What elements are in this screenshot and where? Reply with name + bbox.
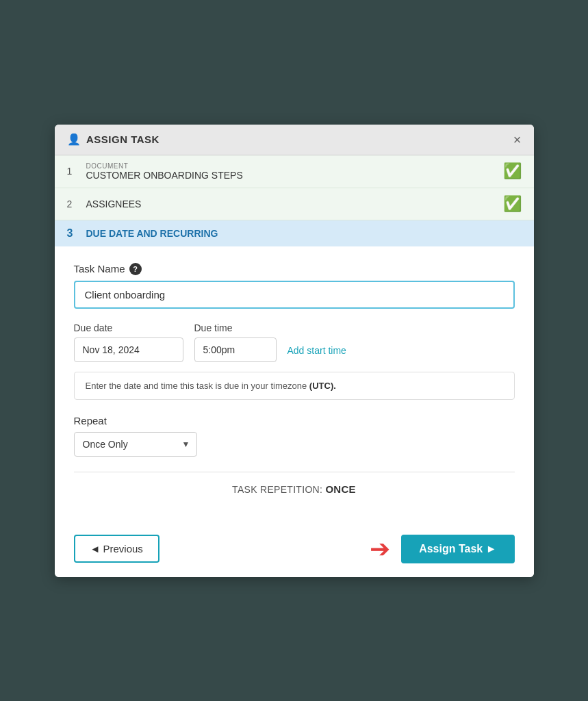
modal: 👤 ASSIGN TASK × 1 DOCUMENT CUSTOMER ONBO… (55, 125, 534, 577)
repeat-select-wrapper: Once Only Daily Weekly Monthly Yearly ▼ (74, 432, 197, 457)
previous-button[interactable]: ◄ Previous (74, 535, 159, 563)
modal-body: Task Name ? Due date Due time Add start … (55, 246, 534, 525)
step-2-label: ASSIGNEES (86, 199, 495, 209)
due-date-label: Due date (74, 322, 183, 333)
step-1-row[interactable]: 1 DOCUMENT CUSTOMER ONBOARDING STEPS ✅ (55, 155, 534, 188)
modal-title: 👤 ASSIGN TASK (67, 133, 159, 146)
modal-overlay: 👤 ASSIGN TASK × 1 DOCUMENT CUSTOMER ONBO… (0, 0, 588, 701)
timezone-bold: (UTC). (309, 381, 336, 391)
step-1-number: 1 (67, 166, 78, 177)
user-icon: 👤 (67, 133, 81, 146)
task-name-input[interactable] (74, 281, 515, 309)
task-repetition-text: TASK REPETITION: Once (74, 483, 515, 495)
due-time-group: Due time (194, 322, 277, 362)
close-button[interactable]: × (513, 133, 522, 146)
step-2-content: ASSIGNEES (86, 199, 495, 209)
step-2-check-icon: ✅ (503, 195, 522, 213)
modal-footer: ◄ Previous ➔ Assign Task ► (55, 525, 534, 577)
repetition-value: Once (325, 483, 356, 495)
step-3-row[interactable]: 3 DUE DATE AND RECURRING (55, 220, 534, 246)
step-2-number: 2 (67, 199, 78, 209)
arrow-right-icon: ➔ (370, 535, 390, 563)
modal-title-text: ASSIGN TASK (86, 133, 159, 145)
step-3-content: DUE DATE AND RECURRING (86, 228, 522, 239)
due-time-label: Due time (194, 322, 277, 333)
task-name-label: Task Name ? (74, 263, 515, 275)
modal-header: 👤 ASSIGN TASK × (55, 125, 534, 155)
repeat-select[interactable]: Once Only Daily Weekly Monthly Yearly (74, 432, 197, 457)
date-time-row: Due date Due time Add start time (74, 322, 515, 362)
repeat-label: Repeat (74, 415, 515, 426)
step-3-label: DUE DATE AND RECURRING (86, 228, 522, 239)
due-date-input[interactable] (74, 337, 183, 362)
step-1-content: DOCUMENT CUSTOMER ONBOARDING STEPS (86, 162, 495, 181)
due-date-group: Due date (74, 322, 183, 362)
step-3-number: 3 (67, 227, 78, 240)
divider (74, 472, 515, 472)
steps-container: 1 DOCUMENT CUSTOMER ONBOARDING STEPS ✅ 2… (55, 155, 534, 246)
step-1-sublabel: DOCUMENT (86, 162, 495, 170)
footer-right: ➔ Assign Task ► (370, 535, 514, 563)
help-icon[interactable]: ? (129, 263, 142, 275)
step-1-label: CUSTOMER ONBOARDING STEPS (86, 170, 495, 181)
step-1-check-icon: ✅ (503, 162, 522, 180)
due-time-input[interactable] (194, 337, 277, 362)
assign-task-button[interactable]: Assign Task ► (401, 535, 514, 563)
timezone-note: Enter the date and time this task is due… (74, 372, 515, 400)
step-2-row[interactable]: 2 ASSIGNEES ✅ (55, 188, 534, 220)
add-start-time-link[interactable]: Add start time (287, 345, 346, 356)
